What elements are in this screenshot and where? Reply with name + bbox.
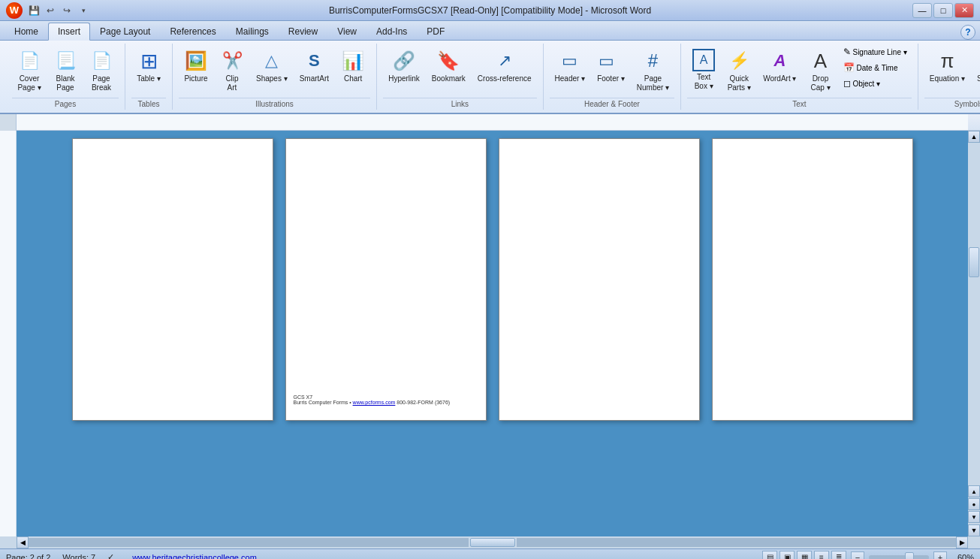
wordart-button[interactable]: A WordArt ▾ <box>758 45 801 87</box>
ribbon-content: 📄 CoverPage ▾ 📃 BlankPage 📄 PageBreak Pa… <box>0 41 980 114</box>
signature-line-button[interactable]: ✎ Signature Line ▾ <box>839 45 911 59</box>
table-button[interactable]: ⊞ Table ▾ <box>131 45 166 87</box>
cover-page-button[interactable]: 📄 CoverPage ▾ <box>12 45 47 96</box>
tab-insert[interactable]: Insert <box>48 23 90 41</box>
page-4 <box>712 138 913 421</box>
page-break-button[interactable]: 📄 PageBreak <box>84 45 119 96</box>
print-layout-btn[interactable]: ▤ <box>762 551 777 560</box>
blank-page-button[interactable]: 📃 BlankPage <box>48 45 83 96</box>
scroll-next-page[interactable]: ▼ <box>968 511 980 523</box>
main-area: GCS X7 Burris Computer Forms • www.pcfor… <box>0 131 980 536</box>
web-layout-btn[interactable]: ▦ <box>797 551 812 560</box>
outline-btn[interactable]: ≡ <box>814 551 829 560</box>
status-right-area: ▤ ▣ ▦ ≡ ≣ − + 60% <box>762 551 974 560</box>
zoom-in-button[interactable]: + <box>933 551 947 560</box>
restore-button[interactable]: □ <box>933 3 953 18</box>
window-title: BurrisComputerFormsGCSX7 [Read-Only] [Co… <box>329 5 651 16</box>
blank-page-label: BlankPage <box>56 74 74 92</box>
clip-art-button[interactable]: ✂️ ClipArt <box>215 45 249 96</box>
cover-page-label: CoverPage ▾ <box>17 74 41 92</box>
clip-art-icon: ✂️ <box>220 49 244 73</box>
tab-home[interactable]: Home <box>5 23 48 40</box>
footer-link[interactable]: www.pcforms.com <box>353 400 396 405</box>
drop-cap-button[interactable]: A DropCap ▾ <box>803 45 837 96</box>
object-icon: ◻ <box>843 78 851 89</box>
scroll-thumb[interactable] <box>969 247 979 277</box>
tab-mailings[interactable]: Mailings <box>226 23 279 40</box>
page-number-button[interactable]: # PageNumber ▾ <box>632 45 674 96</box>
title-bar: W 💾 ↩ ↪ ▾ BurrisComputerFormsGCSX7 [Read… <box>0 0 980 21</box>
object-button[interactable]: ◻ Object ▾ <box>839 77 911 90</box>
date-time-label: Date & Time <box>856 64 897 72</box>
vertical-scrollbar: ▲ ▲ ● ▼ ▼ <box>968 131 980 536</box>
save-quick-btn[interactable]: 💾 <box>27 4 41 17</box>
minimize-button[interactable]: — <box>912 3 932 18</box>
hyperlink-button[interactable]: 🔗 Hyperlink <box>383 45 425 87</box>
hscroll-track-right <box>517 538 957 547</box>
page-2-footer: GCS X7 Burris Computer Forms • www.pcfor… <box>294 394 451 405</box>
equation-button[interactable]: π Equation ▾ <box>924 45 970 87</box>
tab-addins[interactable]: Add-Ins <box>366 23 417 40</box>
hscroll-left-button[interactable]: ◀ <box>17 536 29 548</box>
help-icon[interactable]: ? <box>960 25 975 40</box>
word-count: Words: 7 <box>62 553 95 560</box>
shapes-button[interactable]: △ Shapes ▾ <box>251 45 293 87</box>
scroll-down-button[interactable]: ▼ <box>968 524 980 536</box>
smartart-button[interactable]: S SmartArt <box>294 45 334 87</box>
draft-btn[interactable]: ≣ <box>831 551 846 560</box>
redo-quick-btn[interactable]: ↪ <box>60 4 74 17</box>
picture-button[interactable]: 🖼️ Picture <box>179 45 213 87</box>
symbol-button[interactable]: Ω Symbol ▾ <box>972 45 980 87</box>
vertical-ruler <box>0 131 17 536</box>
quick-access-toolbar: 💾 ↩ ↪ ▾ <box>27 4 90 17</box>
ribbon-group-illustrations: 🖼️ Picture ✂️ ClipArt △ Shapes ▾ S Smart… <box>173 44 377 110</box>
hscroll-right-button[interactable]: ▶ <box>956 536 968 548</box>
page-number-icon: # <box>641 49 665 73</box>
chart-icon: 📊 <box>341 49 365 73</box>
document-area[interactable]: GCS X7 Burris Computer Forms • www.pcfor… <box>17 131 968 536</box>
spell-check-icon[interactable]: ✓ <box>107 552 114 559</box>
tab-page-layout[interactable]: Page Layout <box>90 23 160 40</box>
header-button[interactable]: ▭ Header ▾ <box>550 45 591 87</box>
text-box-button[interactable]: A TextBox ▾ <box>687 45 720 95</box>
tab-review[interactable]: Review <box>279 23 327 40</box>
scroll-select-browse[interactable]: ● <box>968 498 980 510</box>
zoom-slider-thumb[interactable] <box>905 552 914 560</box>
footer-button[interactable]: ▭ Footer ▾ <box>592 45 630 87</box>
cross-reference-button[interactable]: ↗ Cross-reference <box>472 45 537 87</box>
zoom-slider[interactable] <box>869 555 929 560</box>
horizontal-scrollbar: ◀ ▶ <box>0 536 980 548</box>
bookmark-label: Bookmark <box>432 74 466 83</box>
page-3 <box>499 138 700 421</box>
page-1 <box>72 138 273 421</box>
header-icon: ▭ <box>558 49 582 73</box>
bookmark-button[interactable]: 🔖 Bookmark <box>427 45 471 87</box>
chart-button[interactable]: 📊 Chart <box>336 45 370 87</box>
scroll-prev-page[interactable]: ▲ <box>968 485 980 497</box>
quick-parts-button[interactable]: ⚡ QuickParts ▾ <box>722 45 756 96</box>
smartart-label: SmartArt <box>300 74 329 83</box>
hscroll-thumb[interactable] <box>470 538 515 547</box>
symbols-group-label: Symbols <box>924 98 980 108</box>
zoom-out-button[interactable]: − <box>851 551 864 560</box>
hyperlink-icon: 🔗 <box>392 49 416 73</box>
window-controls: — □ ✕ <box>912 3 974 18</box>
zoom-level: 60% <box>951 553 974 560</box>
full-screen-btn[interactable]: ▣ <box>779 551 795 560</box>
page-2: GCS X7 Burris Computer Forms • www.pcfor… <box>285 138 487 421</box>
hyperlink-label: Hyperlink <box>388 74 420 83</box>
svg-rect-0 <box>17 114 968 130</box>
customize-quick-btn[interactable]: ▾ <box>77 4 90 17</box>
tables-group-label: Tables <box>131 98 166 108</box>
footer-line2: Burris Computer Forms • www.pcforms.com … <box>294 400 451 405</box>
tab-view[interactable]: View <box>327 23 366 40</box>
tab-pdf[interactable]: PDF <box>417 23 454 40</box>
ribbon-group-tables: ⊞ Table ▾ Tables <box>125 44 173 110</box>
scroll-up-button[interactable]: ▲ <box>968 131 980 143</box>
date-time-button[interactable]: 📅 Date & Time <box>839 61 911 74</box>
undo-quick-btn[interactable]: ↩ <box>44 4 57 17</box>
text-small-buttons: ✎ Signature Line ▾ 📅 Date & Time ◻ Objec… <box>839 45 911 90</box>
close-button[interactable]: ✕ <box>954 3 974 18</box>
date-time-icon: 📅 <box>843 62 855 73</box>
tab-references[interactable]: References <box>160 23 225 40</box>
